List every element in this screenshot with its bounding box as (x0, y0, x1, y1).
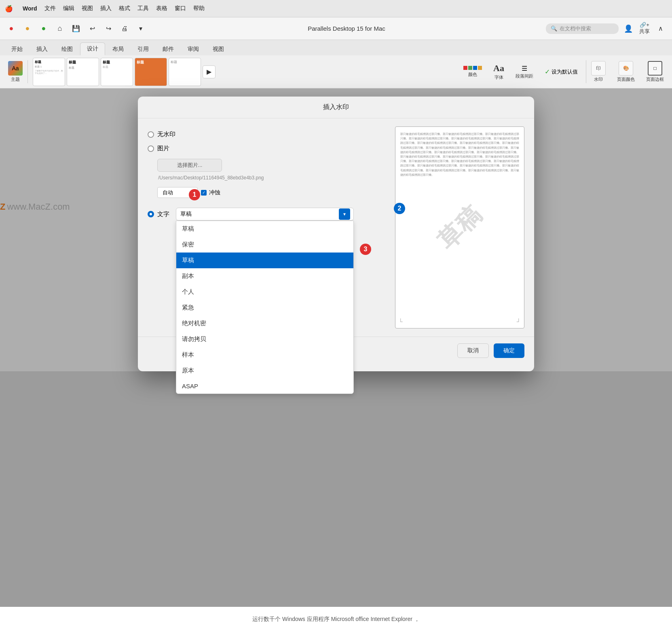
dialog-overlay: 插入水印 1 无水印 图片 (0, 88, 672, 607)
text-radio[interactable] (148, 211, 154, 217)
page-color-label: 页面颜色 (617, 76, 635, 82)
menu-window[interactable]: 窗口 (175, 5, 186, 12)
cancel-button[interactable]: 取消 (457, 343, 489, 358)
tab-start[interactable]: 开始 (5, 43, 29, 55)
ribbon: 开始 插入 绘图 设计 布局 引用 邮件 审阅 视图 Aa 主题 标题 标题 1… (0, 40, 672, 88)
search-icon: 🔍 (551, 25, 557, 32)
menu-view[interactable]: 视图 (82, 5, 93, 12)
menu-format[interactable]: 格式 (119, 5, 130, 12)
dropdown-item-asap[interactable]: ASAP (176, 379, 353, 394)
insert-watermark-dialog: 插入水印 1 无水印 图片 (138, 97, 534, 371)
font-label: 字体 (494, 74, 503, 80)
undo-button[interactable]: ↩ (86, 22, 99, 35)
checkmark-icon: ✓ (545, 68, 550, 76)
watermark-label: 水印 (594, 76, 603, 82)
dropdown-list: 草稿 保密 草稿 3 副本 个人 紧急 (176, 221, 354, 394)
ribbon-right-group: 颜色 Aa 字体 ☰ 段落间距 ✓ 设为默认值 印 水印 (460, 60, 667, 83)
picture-radio[interactable] (148, 145, 154, 152)
style-1[interactable]: 标题 标题 1 了解数字化时代的电子技术，数字化提供了… (33, 58, 65, 86)
preview-frame: 那只敏捷的棕毛狐狸跳过那只懒。那只敏捷的棕毛狐狸跳过那只懒。那只敏捷的棕毛狐狸跳… (395, 126, 524, 328)
undo2-button[interactable]: ↪ (102, 22, 115, 35)
font-button[interactable]: Aa 字体 (490, 62, 507, 81)
dropdown-item-caogao-1[interactable]: 草稿 (176, 221, 353, 237)
save-button[interactable]: 💾 (70, 22, 82, 35)
minimize-button[interactable]: ● (21, 22, 34, 35)
dialog-title: 插入水印 (138, 97, 534, 118)
chongshi-checkbox[interactable]: ✓ (201, 190, 207, 196)
style-5[interactable]: 标题 (169, 58, 201, 86)
dropdown-item-baomi[interactable]: 保密 (176, 237, 353, 253)
share-button[interactable]: 🔗+ 共享 (638, 22, 651, 35)
dropdown-item-geren[interactable]: 个人 (176, 284, 353, 300)
set-default-button[interactable]: ✓ 设为默认值 (541, 67, 581, 76)
dropdown-item-juedui[interactable]: 绝对机密 (176, 316, 353, 331)
text-section: 2 文字 草稿 ▾ (148, 208, 387, 221)
tab-review[interactable]: 审阅 (181, 43, 205, 55)
chongshi-label: 冲蚀 (209, 189, 220, 196)
style-gallery: 标题 标题 1 了解数字化时代的电子技术，数字化提供了… 标题 标题 标题 标题… (33, 58, 216, 86)
collapse-ribbon-button[interactable]: ∧ (654, 22, 667, 35)
page-border-button[interactable]: □ 页面边框 (643, 60, 667, 83)
menu-edit[interactable]: 编辑 (63, 5, 74, 12)
paragraph-spacing-button[interactable]: ☰ 段落间距 (512, 64, 537, 80)
annotation-area: 运行数千个 Windows 应用程序 Microsoft office Inte… (0, 607, 672, 623)
text-dropdown-trigger[interactable]: 草稿 ▾ (176, 208, 354, 221)
paragraph-spacing-label: 段落间距 (516, 73, 533, 79)
dropdown-item-yangben[interactable]: 样本 (176, 347, 353, 363)
watermark-button[interactable]: 印 水印 (586, 60, 609, 83)
page-color-icon: 🎨 (619, 61, 633, 76)
dropdown-arrow[interactable]: ▾ (339, 208, 350, 220)
no-watermark-label: 无水印 (157, 130, 175, 138)
dialog-body: 1 无水印 图片 选择图片... (138, 118, 534, 337)
user-icon[interactable]: 👤 (622, 22, 635, 35)
picture-option[interactable]: 图片 (148, 145, 387, 152)
style-2[interactable]: 标题 标题 (67, 58, 99, 86)
dropdown-item-yuanben[interactable]: 原本 (176, 363, 353, 379)
close-button[interactable]: ● (5, 22, 18, 35)
theme-button[interactable]: Aa 主题 (5, 60, 28, 83)
tab-draw[interactable]: 绘图 (55, 43, 79, 55)
tab-layout[interactable]: 布局 (106, 43, 130, 55)
tab-design[interactable]: 设计 (80, 42, 105, 55)
style-gallery-next[interactable]: ▶ (203, 65, 216, 78)
main-area: Z www.MacZ.com 插入水印 1 无水印 (0, 88, 672, 607)
no-watermark-option[interactable]: 无水印 (148, 130, 387, 138)
style-3[interactable]: 标题 标题 (101, 58, 133, 86)
print-button[interactable]: 🖨 (118, 22, 131, 35)
tab-mail[interactable]: 邮件 (156, 43, 180, 55)
colors-label: 颜色 (468, 72, 477, 78)
image-path: /Users/mac/Desktop/11164945_88ebd3e4b3.p… (157, 175, 387, 181)
menu-help[interactable]: 帮助 (193, 5, 205, 12)
preview-text: 那只敏捷的棕毛狐狸跳过那只懒。那只敏捷的棕毛狐狸跳过那只懒。那只敏捷的棕毛狐狸跳… (395, 127, 524, 182)
no-watermark-radio[interactable] (148, 131, 154, 138)
text-row-main: 文字 草稿 ▾ 草稿 保密 草稿 (148, 208, 387, 221)
page-border-icon: □ (648, 61, 662, 76)
theme-label: 主题 (11, 76, 20, 82)
tab-view[interactable]: 视图 (206, 43, 230, 55)
page-color-button[interactable]: 🎨 页面颜色 (614, 60, 638, 83)
dropdown-item-jiji[interactable]: 紧急 (176, 300, 353, 316)
dropdown-item-fuben[interactable]: 副本 (176, 268, 353, 284)
chongshi-checkbox-row: ✓ 冲蚀 (201, 189, 220, 196)
app-name[interactable]: Word (23, 5, 37, 12)
text-dropdown-container: 草稿 ▾ 草稿 保密 草稿 3 (176, 208, 354, 221)
style-4-active[interactable]: 标题 (135, 58, 167, 86)
choose-image-button[interactable]: 选择图片... (157, 159, 222, 172)
home-button[interactable]: ⌂ (53, 22, 66, 35)
toolbar: ● ● ● ⌂ 💾 ↩ ↪ 🖨 ▾ Parallels Desktop 15 f… (0, 17, 672, 40)
colors-button[interactable]: 颜色 (460, 65, 485, 78)
dropdown-item-qingwu[interactable]: 请勿拷贝 (176, 331, 353, 347)
preview-corner-br: ┘ (517, 318, 521, 325)
menu-tools[interactable]: 工具 (137, 5, 149, 12)
menu-file[interactable]: 文件 (44, 5, 56, 12)
search-bar[interactable]: 🔍 在文档中搜索 (546, 23, 619, 34)
confirm-button[interactable]: 确定 (494, 343, 524, 358)
dropdown-item-caogao-2[interactable]: 草稿 (176, 253, 353, 268)
tab-references[interactable]: 引用 (131, 43, 155, 55)
maximize-button[interactable]: ● (37, 22, 50, 35)
menu-insert[interactable]: 插入 (100, 5, 112, 12)
apple-menu[interactable]: 🍎 (5, 5, 13, 13)
menu-table[interactable]: 表格 (156, 5, 167, 12)
tab-insert[interactable]: 插入 (30, 43, 54, 55)
more-button[interactable]: ▾ (134, 22, 147, 35)
